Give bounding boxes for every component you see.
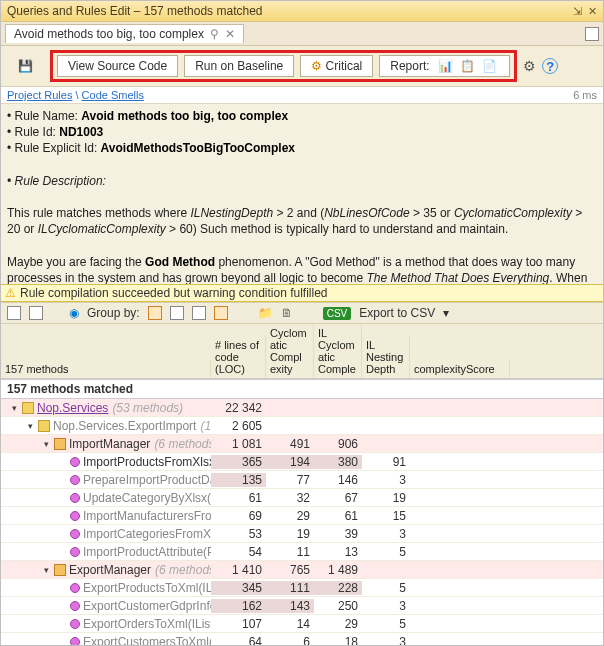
table-row[interactable]: ImportProductAttribute(Proper5411135 — [1, 543, 603, 561]
col-cyclomatic[interactable]: Cyclom atic Compl exity — [266, 324, 314, 378]
row-label: ImportManufacturersFromXls — [83, 509, 211, 523]
csv-badge: CSV — [323, 307, 352, 320]
table-row[interactable]: ▾ExportManager(6 methods)1 4107651 489 — [1, 561, 603, 579]
table-row[interactable]: ExportCustomersToXml(IList<646183 — [1, 633, 603, 646]
toggle-icon[interactable]: ▾ — [9, 402, 20, 413]
tab-active[interactable]: Avoid methods too big, too complex ⚲ ✕ — [5, 24, 244, 43]
pin-icon[interactable]: ⇲ — [573, 5, 582, 18]
col-nesting[interactable]: IL Nesting Depth — [362, 336, 410, 378]
report-chart-icon[interactable]: 📊 — [438, 59, 453, 73]
doc-icon[interactable]: 🗎 — [281, 306, 293, 320]
cell-value: 5 — [362, 617, 410, 631]
pin-icon[interactable]: ⚲ — [210, 27, 219, 41]
critical-button[interactable]: ⚙ Critical — [300, 55, 373, 77]
desc-text: > 60) Such method is typically hard to u… — [166, 222, 509, 236]
view-source-button[interactable]: View Source Code — [57, 55, 178, 77]
col-methods[interactable]: 157 methods — [1, 360, 211, 378]
cell-value: 135 — [211, 473, 266, 487]
ns-icon — [38, 420, 50, 432]
group-opt-2[interactable] — [170, 306, 184, 320]
m-icon — [70, 529, 80, 539]
run-baseline-button[interactable]: Run on Baseline — [184, 55, 294, 77]
tabstrip: Avoid methods too big, too complex ⚲ ✕ — [1, 22, 603, 46]
crumb-project-rules[interactable]: Project Rules — [7, 89, 72, 101]
new-window-icon[interactable] — [585, 27, 599, 41]
folder-icon[interactable]: 📁 — [258, 306, 273, 320]
toggle-icon[interactable] — [57, 618, 68, 629]
collapse-icon[interactable] — [7, 306, 21, 320]
table-row[interactable]: PrepareImportProductData(E135771463 — [1, 471, 603, 489]
table-row[interactable]: ▾Nop.Services.ExportImport(12 met2 605 — [1, 417, 603, 435]
cell-value: 146 — [314, 473, 362, 487]
cell-value: 29 — [266, 509, 314, 523]
cell-value: 1 081 — [211, 437, 266, 451]
cell-value: 5 — [362, 545, 410, 559]
toggle-icon[interactable] — [57, 492, 68, 503]
group-opt-1[interactable] — [148, 306, 162, 320]
help-icon[interactable]: ? — [542, 58, 558, 74]
table-row[interactable]: ▾Nop.Services(53 methods)22 342 — [1, 399, 603, 417]
toggle-icon[interactable]: ▾ — [41, 438, 52, 449]
cell-value: 61 — [314, 509, 362, 523]
table-row[interactable]: ImportManufacturersFromXls69296115 — [1, 507, 603, 525]
table-row[interactable]: UpdateCategoryByXlsx(Categ61326719 — [1, 489, 603, 507]
term-everything: The Method That Does Everything — [367, 271, 550, 284]
report-group: Report: 📊 📋 📄 — [379, 55, 510, 77]
table-row[interactable]: ImportCategoriesFromXlsx(St5319393 — [1, 525, 603, 543]
crumb-code-smells[interactable]: Code Smells — [82, 89, 144, 101]
toggle-icon[interactable] — [57, 582, 68, 593]
table-row[interactable]: ExportOrdersToXml(IList<Ord10714295 — [1, 615, 603, 633]
report-export-icon[interactable]: 📄 — [482, 59, 497, 73]
group-opt-3[interactable] — [192, 306, 206, 320]
toggle-icon[interactable] — [57, 474, 68, 485]
report-copy-icon[interactable]: 📋 — [460, 59, 475, 73]
rule-id-label: • Rule Id: — [7, 125, 59, 139]
toggle-icon[interactable] — [57, 636, 68, 646]
group-opt-4[interactable] — [214, 306, 228, 320]
compile-status-text: Rule compilation succeeded but warning c… — [20, 286, 328, 300]
m-icon — [70, 511, 80, 521]
row-name-cell: ImportProductsFromXlsx(Stre — [1, 455, 211, 469]
desc-text: This rule matches methods where — [7, 206, 190, 220]
m-icon — [70, 475, 80, 485]
col-score[interactable]: complexityScore — [410, 360, 510, 378]
group-icon[interactable]: ◉ — [69, 306, 79, 320]
toggle-icon[interactable] — [57, 600, 68, 611]
toggle-icon[interactable]: ▾ — [41, 564, 52, 575]
m-icon — [70, 637, 80, 647]
desc-text: > 35 or — [410, 206, 454, 220]
row-label[interactable]: Nop.Services — [37, 401, 108, 415]
cell-value: 3 — [362, 635, 410, 647]
table-row[interactable]: ▾ImportManager(6 methods)1 081491906 — [1, 435, 603, 453]
dropdown-icon[interactable]: ▾ — [443, 306, 449, 320]
col-loc[interactable]: # lines of code (LOC) — [211, 336, 266, 378]
table-row[interactable]: ExportCustomerGdprInfoToXl1621432503 — [1, 597, 603, 615]
matched-summary: 157 methods matched — [1, 379, 603, 399]
toggle-icon[interactable] — [57, 546, 68, 557]
toggle-icon[interactable] — [57, 456, 68, 467]
save-icon[interactable]: 💾 — [7, 55, 44, 77]
cell-value: 13 — [314, 545, 362, 559]
rule-explicit-id-label: • Rule Explicit Id: — [7, 141, 101, 155]
m-icon — [70, 457, 80, 467]
expand-icon[interactable] — [29, 306, 43, 320]
export-csv-button[interactable]: Export to CSV — [359, 306, 435, 320]
settings-icon[interactable]: ⚙ — [523, 58, 536, 74]
table-row[interactable]: ImportProductsFromXlsx(Stre36519438091 — [1, 453, 603, 471]
table-row[interactable]: ExportProductsToXml(IList<Pr3451112285 — [1, 579, 603, 597]
rule-desc-label: • Rule Description: — [7, 174, 106, 188]
close-icon[interactable]: ✕ — [588, 5, 597, 18]
critical-label: Critical — [326, 59, 363, 73]
results-tree: ▾Nop.Services(53 methods)22 342▾Nop.Serv… — [1, 399, 603, 646]
rule-name-label: • Rule Name: — [7, 109, 81, 123]
col-il-cyclomatic[interactable]: IL Cyclom atic Comple — [314, 324, 362, 378]
tab-close-icon[interactable]: ✕ — [225, 27, 235, 41]
row-label: ExportOrdersToXml(IList<Ord — [83, 617, 211, 631]
toggle-icon[interactable] — [57, 528, 68, 539]
warning-icon: ⚠ — [5, 286, 16, 300]
toggle-icon[interactable] — [57, 510, 68, 521]
rule-id: ND1003 — [59, 125, 103, 139]
cell-value: 3 — [362, 599, 410, 613]
ns-icon — [22, 402, 34, 414]
toggle-icon[interactable]: ▾ — [25, 420, 36, 431]
